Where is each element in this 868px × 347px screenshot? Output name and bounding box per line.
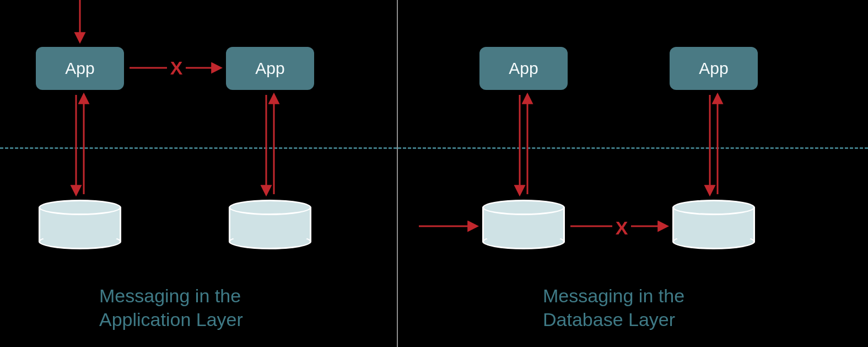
right-caption: Messaging in the Database Layer (543, 284, 684, 331)
right-db-2 (672, 200, 755, 249)
right-app-box-1: App (479, 47, 568, 90)
right-db-1 (482, 200, 565, 249)
panel-divider (397, 0, 398, 347)
left-app-box-2: App (226, 47, 314, 90)
right-app-box-2: App (670, 47, 758, 90)
right-x-mark: X (616, 218, 628, 237)
layer-divider-right (398, 147, 868, 149)
left-caption: Messaging in the Application Layer (99, 284, 243, 331)
left-x-mark: X (170, 58, 183, 77)
left-app-box-1: App (36, 47, 124, 90)
diagram-root: App App App App Messaging in the Applica… (0, 0, 868, 347)
left-db-2 (229, 200, 311, 249)
left-db-1 (39, 200, 121, 249)
layer-divider-left (0, 147, 397, 149)
